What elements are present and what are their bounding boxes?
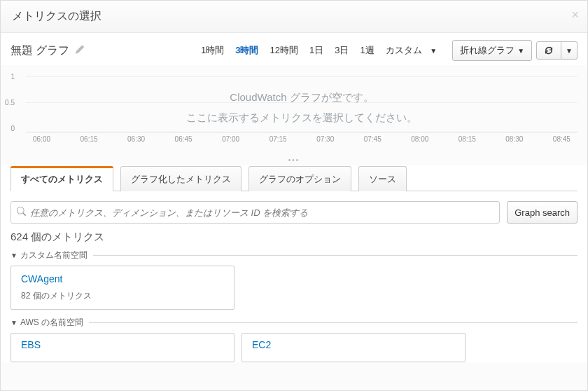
search-input[interactable] <box>30 207 493 218</box>
time-option-0[interactable]: 1時間 <box>197 41 228 60</box>
time-option-4[interactable]: 3日 <box>330 41 353 60</box>
tab-3[interactable]: ソース <box>358 166 407 191</box>
y-tick: 0.5 <box>5 99 15 107</box>
x-tick: 08:45 <box>553 135 570 143</box>
time-option-3[interactable]: 1日 <box>305 41 328 60</box>
tabs: すべてのメトリクスグラフ化したメトリクスグラフのオプションソース <box>10 165 578 191</box>
namespace-sub: 82 個のメトリクス <box>21 290 224 302</box>
edit-title-icon[interactable] <box>75 45 85 57</box>
search-box[interactable] <box>10 201 500 224</box>
caret-down-icon: ▼ <box>517 47 524 55</box>
close-icon[interactable]: × <box>571 8 579 22</box>
x-tick: 08:00 <box>411 135 428 143</box>
metrics-modal: メトリクスの選択 × 無題 グラフ 1時間3時間12時間1日3日1週カスタム ▼… <box>0 0 588 391</box>
x-tick: 08:30 <box>505 135 523 143</box>
graph-search-button[interactable]: Graph search <box>507 201 578 224</box>
time-range-picker: 1時間3時間12時間1日3日1週カスタム ▼ <box>197 41 445 60</box>
namespace-card[interactable]: CWAgent82 個のメトリクス <box>10 266 234 310</box>
divider <box>89 322 578 323</box>
caret-down-icon: ▼ <box>426 44 441 57</box>
empty-chart-message: CloudWatch グラフが空です。 ここに表示するメトリクスを選択してくださ… <box>26 88 578 128</box>
namespace-title: カスタム名前空間 <box>20 249 88 261</box>
namespace-card[interactable]: EBS <box>10 333 234 362</box>
x-tick: 06:45 <box>175 135 192 143</box>
namespace-cards: CWAgent82 個のメトリクス <box>10 266 578 310</box>
x-tick: 07:45 <box>364 135 382 143</box>
time-option-1[interactable]: 3時間 <box>231 41 262 60</box>
tab-2[interactable]: グラフのオプション <box>248 166 351 191</box>
divider <box>93 255 578 256</box>
triangle-down-icon: ▼ <box>10 319 18 327</box>
time-option-5[interactable]: 1週 <box>356 41 378 60</box>
refresh-button-group: ▼ <box>536 41 578 60</box>
namespace-name: CWAgent <box>21 273 224 284</box>
x-tick: 07:15 <box>270 135 287 143</box>
y-tick: 0 <box>10 125 15 132</box>
resize-handle[interactable]: ••• <box>1 153 587 165</box>
triangle-down-icon: ▼ <box>10 252 18 259</box>
search-icon <box>17 207 26 218</box>
plot-area: CloudWatch グラフが空です。 ここに表示するメトリクスを選択してくださ… <box>26 69 578 132</box>
chart-type-label: 折れ線グラフ <box>460 44 514 57</box>
namespace-header[interactable]: ▼AWS の名前空間 <box>10 317 578 329</box>
tab-0[interactable]: すべてのメトリクス <box>10 166 113 191</box>
x-tick: 07:00 <box>222 135 239 143</box>
x-axis: 06:0006:1506:3006:4507:0007:1507:3007:45… <box>26 135 578 143</box>
modal-title: メトリクスの選択 <box>12 10 102 22</box>
chart-type-dropdown[interactable]: 折れ線グラフ ▼ <box>452 40 532 61</box>
x-tick: 08:15 <box>458 135 476 143</box>
x-tick: 07:30 <box>316 135 334 143</box>
namespace-header[interactable]: ▼カスタム名前空間 <box>10 249 578 261</box>
refresh-icon <box>544 46 554 55</box>
namespace-groups: ▼カスタム名前空間CWAgent82 個のメトリクス▼AWS の名前空間EBSE… <box>10 249 578 362</box>
namespace-name: EBS <box>21 339 224 350</box>
x-tick: 06:00 <box>33 135 50 143</box>
graph-toolbar: 無題 グラフ 1時間3時間12時間1日3日1週カスタム ▼ 折れ線グラフ ▼ ▼ <box>1 33 587 65</box>
namespace-card[interactable]: EC2 <box>241 333 465 362</box>
empty-line-2: ここに表示するメトリクスを選択してください。 <box>26 108 578 128</box>
grid-line <box>26 76 578 77</box>
modal-header: メトリクスの選択 × <box>1 1 587 33</box>
x-tick: 06:15 <box>80 135 98 143</box>
tab-1[interactable]: グラフ化したメトリクス <box>120 166 241 191</box>
refresh-options-button[interactable]: ▼ <box>561 41 578 60</box>
namespace-cards: EBSEC2 <box>10 333 578 362</box>
time-option-2[interactable]: 12時間 <box>265 41 302 60</box>
namespace-group: ▼AWS の名前空間EBSEC2 <box>10 317 578 362</box>
namespace-name: EC2 <box>252 339 455 350</box>
empty-line-1: CloudWatch グラフが空です。 <box>26 88 578 108</box>
namespace-title: AWS の名前空間 <box>20 317 83 329</box>
y-tick: 1 <box>10 73 15 81</box>
refresh-button[interactable] <box>536 41 561 60</box>
time-custom[interactable]: カスタム ▼ <box>382 41 446 60</box>
caret-down-icon: ▼ <box>566 47 573 55</box>
metrics-count: 624 個のメトリクス <box>10 231 578 244</box>
namespace-group: ▼カスタム名前空間CWAgent82 個のメトリクス <box>10 249 578 310</box>
graph-title[interactable]: 無題 グラフ <box>10 43 69 58</box>
x-tick: 06:30 <box>127 135 145 143</box>
chart-area: 10.50 CloudWatch グラフが空です。 ここに表示するメトリクスを選… <box>10 69 578 153</box>
